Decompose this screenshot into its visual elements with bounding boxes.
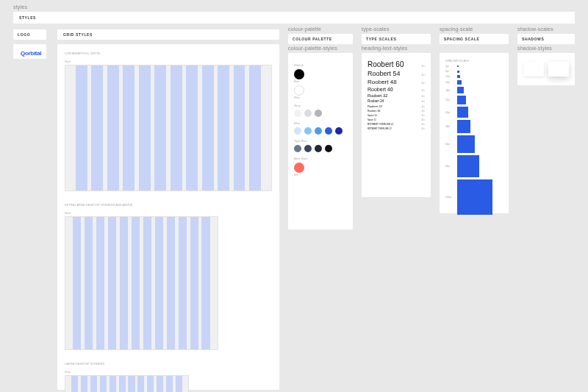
spacing-row[interactable]: 48px xyxy=(445,120,503,133)
swatch-typeblue-4[interactable] xyxy=(325,145,332,152)
grid-styles-frame[interactable]: CONTAINER FULL WIDTH Grid EXTRA LARGE DE… xyxy=(57,44,279,390)
type-scale-sample: Roobert 24 xyxy=(368,99,384,103)
swatch-grey-1[interactable] xyxy=(294,110,301,117)
spacing-title-frame[interactable]: SPACING SCALE xyxy=(440,34,509,44)
swatch-black[interactable] xyxy=(294,69,304,79)
type-scale-sample: Roobert 20 xyxy=(368,104,382,108)
spacing-label: 12px xyxy=(445,75,457,78)
type-scale-sample: Roobert 54 xyxy=(368,70,401,77)
grid-tiny-label-1: Grid xyxy=(65,60,272,63)
shadow-frame[interactable] xyxy=(517,53,575,85)
type-scale-row[interactable]: Roobert 40A/a xyxy=(368,87,425,92)
spacing-square xyxy=(457,155,479,177)
figma-canvas[interactable]: styles STYLES LOGO Qorbital GRID STYLES … xyxy=(0,0,588,392)
type-scale-meta: A/a xyxy=(421,65,425,68)
swatch-blue-3[interactable] xyxy=(315,127,322,135)
colour-title-frame[interactable]: COLOUR PALETTE xyxy=(288,34,353,44)
section-label-shadow-styles: shadow-styles xyxy=(517,46,552,51)
swatch-red[interactable] xyxy=(294,163,304,173)
grid-title: GRID STYLES xyxy=(63,32,273,37)
type-scale-row[interactable]: Roobert 32A/a xyxy=(368,93,425,98)
type-scale-row[interactable]: Roobert 54A/a xyxy=(368,70,425,77)
palette-heading-blue: Blue xyxy=(294,121,347,125)
type-scale-meta: A/a xyxy=(421,110,425,113)
type-scale-sample: Space 12 xyxy=(368,118,376,121)
logo-frame[interactable]: Qorbital xyxy=(13,44,46,59)
spacing-row[interactable]: 80px xyxy=(445,155,503,177)
type-scale-row[interactable]: Roobert 48A/a xyxy=(368,79,425,85)
shadow-title-frame[interactable]: SHADOWS xyxy=(517,34,575,44)
spacing-row[interactable]: 24px xyxy=(445,87,503,93)
spacing-row[interactable]: 4px xyxy=(445,65,503,68)
spacing-label: 32px xyxy=(445,99,457,101)
spacing-row[interactable]: 128px xyxy=(445,179,503,215)
spacing-square xyxy=(457,71,459,73)
logo-wordmark: Qorbital xyxy=(21,50,41,57)
spacing-label: 8px xyxy=(445,70,457,73)
spacing-heading: SPACING SCALE xyxy=(445,59,503,63)
type-title-frame[interactable]: TYPE SCALES xyxy=(362,34,431,44)
type-scale-sample: Roobert 60 xyxy=(368,60,404,68)
type-scale-row[interactable]: Roobert 60A/a xyxy=(368,60,425,68)
spacing-row[interactable]: 64px xyxy=(445,135,503,153)
type-scale-sample: ROOBERT OVERLINE 12 xyxy=(368,127,392,130)
spacing-label: 64px xyxy=(445,143,457,146)
spacing-row[interactable]: 16px xyxy=(445,80,503,85)
spacing-square xyxy=(457,96,466,104)
spacing-label: 48px xyxy=(445,125,457,128)
type-scale-meta: A/a xyxy=(421,105,425,108)
section-label-colour-styles: colour-palette-styles xyxy=(288,46,337,51)
spacing-row[interactable]: 8px xyxy=(445,70,503,73)
section-label-styles: styles xyxy=(13,4,27,10)
type-scale-row[interactable]: Roobert 20A/a xyxy=(368,104,425,108)
type-scale-meta: A/a xyxy=(421,123,425,126)
type-scale-meta: A/a xyxy=(421,95,425,98)
grid-title-frame[interactable]: GRID STYLES xyxy=(57,29,279,40)
type-scale-sample: ROOBERT OVERLINE 14 xyxy=(368,123,393,126)
shadow-sample-2[interactable] xyxy=(548,62,569,76)
spacing-frame[interactable]: SPACING SCALE 4px8px12px16px24px32px40px… xyxy=(440,53,509,213)
swatch-typeblue-2[interactable] xyxy=(304,145,312,152)
swatch-blue-5[interactable] xyxy=(335,127,343,135)
shadow-sample-1[interactable] xyxy=(523,62,544,76)
colour-palette-frame[interactable]: Default Black White Grey Blue Type Blue … xyxy=(288,53,353,229)
type-scale-sample: Space 14 xyxy=(368,114,377,117)
spacing-square xyxy=(457,75,460,78)
swatch-grey-3[interactable] xyxy=(315,110,322,117)
swatch-typeblue-3[interactable] xyxy=(315,145,322,152)
section-label-spacing: spacing-scale xyxy=(440,26,473,32)
type-scale-meta: A/a xyxy=(421,114,425,117)
type-scales-frame[interactable]: Roobert 60A/aRoobert 54A/aRoobert 48A/aR… xyxy=(362,53,431,197)
logo-title-frame[interactable]: LOGO xyxy=(13,29,46,40)
type-scale-meta: A/a xyxy=(421,89,425,92)
swatch-typeblue-1[interactable] xyxy=(294,145,301,152)
swatch-red-label: Red xyxy=(294,174,347,177)
type-scale-sample: Roobert 32 xyxy=(368,93,387,98)
grid-artboard-full[interactable] xyxy=(65,65,272,191)
type-scale-row[interactable]: ROOBERT OVERLINE 14A/a xyxy=(368,123,425,126)
type-scale-row[interactable]: Space 14A/a xyxy=(368,114,425,117)
grid-artboard-lg[interactable] xyxy=(65,375,189,392)
spacing-row[interactable]: 12px xyxy=(445,75,503,78)
palette-heading-default: Default xyxy=(294,63,347,67)
grid-artboard-xl[interactable] xyxy=(65,216,218,350)
spacing-row[interactable]: 40px xyxy=(445,107,503,118)
swatch-blue-2[interactable] xyxy=(304,127,312,135)
type-scale-row[interactable]: Space 12A/a xyxy=(368,118,425,121)
swatch-blue-1[interactable] xyxy=(294,127,301,135)
type-scale-meta: A/a xyxy=(421,127,425,130)
swatch-grey-2[interactable] xyxy=(304,110,312,117)
spacing-square xyxy=(457,179,492,215)
type-scale-row[interactable]: ROOBERT OVERLINE 12A/a xyxy=(368,127,425,130)
type-scale-row[interactable]: Roobert 24A/a xyxy=(368,99,425,103)
swatch-white[interactable] xyxy=(294,85,304,96)
styles-title-frame[interactable]: STYLES xyxy=(13,12,575,24)
logo-title: LOGO xyxy=(18,32,42,37)
spacing-label: 16px xyxy=(445,81,457,84)
palette-heading-grey: Grey xyxy=(294,104,347,107)
type-scale-sample: Roobert 48 xyxy=(368,79,397,85)
grid-subtitle-3: LARGE DESKTOP SCREENS xyxy=(65,362,272,366)
type-scale-row[interactable]: Roobert 18A/a xyxy=(368,110,425,113)
swatch-blue-4[interactable] xyxy=(325,127,332,135)
spacing-row[interactable]: 32px xyxy=(445,96,503,104)
